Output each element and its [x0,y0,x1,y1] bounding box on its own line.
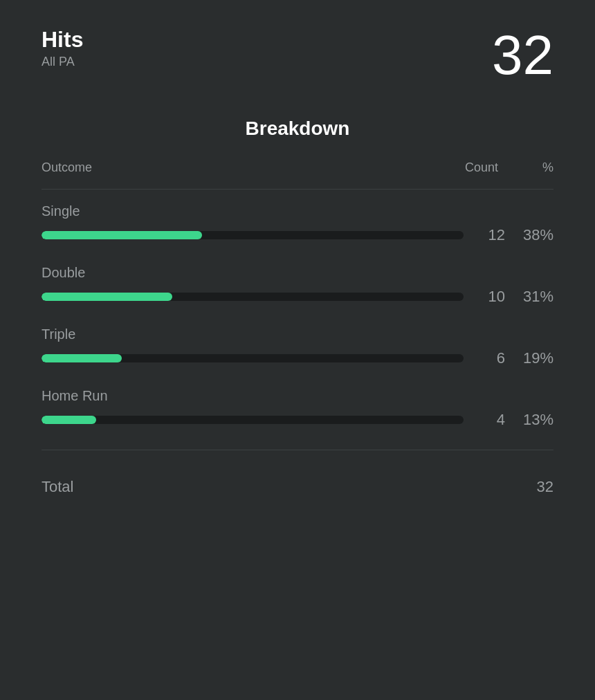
table-row: Triple 6 19% [42,326,553,367]
col-count-header: Count [443,160,498,175]
row-count: 6 [470,349,505,367]
row-pct: 19% [512,349,553,367]
table-header: Outcome Count % [42,160,553,182]
total-label: Total [42,478,498,496]
bar-container [42,293,464,301]
row-count: 12 [470,226,505,244]
bar-fill [42,416,96,424]
row-data: 4 13% [42,411,553,429]
row-count: 10 [470,288,505,306]
breakdown-section: Breakdown Outcome Count % Single 12 38% … [42,118,553,496]
col-percent-header: % [498,160,553,175]
header-divider [42,189,553,190]
row-pct: 13% [512,411,553,429]
col-outcome-header: Outcome [42,160,443,175]
row-label: Double [42,265,553,281]
row-data: 6 19% [42,349,553,367]
bar-container [42,354,464,362]
row-pct: 31% [512,288,553,306]
bar-container [42,416,464,424]
row-count: 4 [470,411,505,429]
table-row: Double 10 31% [42,265,553,306]
rows-container: Single 12 38% Double 10 31% Triple [42,203,553,429]
total-count: 32 [498,478,553,496]
breakdown-title: Breakdown [42,118,553,140]
table-row: Single 12 38% [42,203,553,244]
hits-title: Hits [42,28,83,52]
bar-fill [42,293,172,301]
row-label: Single [42,203,553,219]
title-group: Hits All PA [42,28,83,69]
table-row: Home Run 4 13% [42,388,553,429]
row-label: Triple [42,326,553,342]
row-pct: 38% [512,226,553,244]
total-row: Total 32 [42,464,553,496]
header-section: Hits All PA 32 [42,28,553,83]
row-data: 10 31% [42,288,553,306]
total-value: 32 [492,28,553,83]
total-divider [42,450,553,450]
bar-fill [42,354,122,362]
subtitle: All PA [42,55,83,69]
bar-fill [42,231,202,239]
row-data: 12 38% [42,226,553,244]
bar-container [42,231,464,239]
row-label: Home Run [42,388,553,404]
